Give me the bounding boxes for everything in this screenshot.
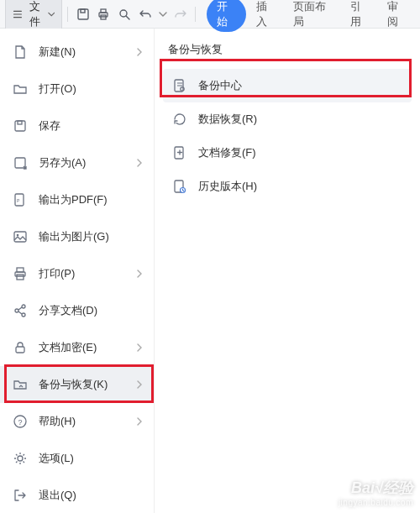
svg-point-17 [22, 305, 25, 308]
svg-rect-14 [17, 268, 24, 272]
menu-label: 输出为PDF(F) [39, 192, 145, 207]
undo-button[interactable] [135, 3, 155, 25]
menu-item-saveas[interactable]: 另存为(A) [0, 144, 154, 181]
history-icon [171, 178, 188, 195]
svg-rect-19 [16, 347, 24, 353]
separator [67, 7, 68, 22]
menu-label: 帮助(H) [39, 414, 134, 429]
submenu-title: 备份与恢复 [163, 39, 412, 69]
svg-point-12 [17, 234, 19, 237]
menu-item-backup[interactable]: 备份与恢复(K) [0, 366, 154, 403]
data-recovery-icon [171, 111, 188, 128]
print-button[interactable] [94, 3, 113, 25]
chevron-right-icon [134, 416, 145, 427]
menu-label: 保存 [39, 118, 145, 133]
chevron-right-icon [134, 268, 145, 280]
backup-center-icon [171, 77, 188, 94]
tab-review[interactable]: 审阅 [379, 0, 415, 32]
hamburger-icon [13, 8, 23, 20]
menu-label: 选项(L) [39, 451, 145, 466]
submenu-label: 数据恢复(R) [198, 112, 257, 127]
svg-text:P: P [17, 198, 20, 203]
svg-rect-15 [17, 275, 24, 280]
help-icon: ? [12, 413, 29, 430]
submenu-label: 备份中心 [198, 78, 242, 93]
menu-label: 打开(O) [39, 81, 145, 97]
share-icon [12, 302, 29, 319]
exit-icon [12, 487, 29, 504]
menu-item-encrypt[interactable]: 文档加密(E) [0, 329, 154, 366]
file-panel: 新建(N) 打开(O) 保存 另存为(A) P 输出为PDF(F) [0, 29, 420, 513]
tab-start[interactable]: 开始 [207, 0, 246, 32]
svg-rect-0 [78, 9, 88, 19]
save-icon [12, 118, 29, 134]
submenu-item-history[interactable]: 历史版本(H) [163, 170, 412, 203]
menu-item-exit[interactable]: 退出(Q) [0, 477, 154, 513]
chevron-right-icon [134, 342, 145, 353]
menu-label: 备份与恢复(K) [39, 377, 134, 392]
menu-item-open[interactable]: 打开(O) [0, 71, 154, 107]
submenu-label: 历史版本(H) [198, 179, 257, 194]
lock-icon [12, 339, 29, 356]
tab-layout[interactable]: 页面布局 [285, 0, 339, 32]
menu-item-print[interactable]: 打印(P) [0, 255, 154, 292]
chevron-right-icon [134, 157, 145, 169]
file-menu-button[interactable]: 文件 [5, 0, 62, 33]
file-menu-left: 新建(N) 打开(O) 保存 另存为(A) P 输出为PDF(F) [0, 29, 155, 513]
svg-rect-7 [18, 121, 22, 124]
print-icon [12, 265, 29, 282]
chevron-right-icon [134, 46, 145, 58]
tab-ref[interactable]: 引用 [342, 0, 378, 32]
submenu-item-doc-repair[interactable]: 文档修复(F) [163, 136, 412, 170]
submenu-item-backup-center[interactable]: 备份中心 [163, 69, 412, 102]
chevron-down-icon [48, 10, 55, 18]
svg-point-16 [15, 309, 18, 312]
menu-label: 输出为图片(G) [39, 229, 145, 244]
tab-insert[interactable]: 插入 [248, 0, 284, 32]
gear-icon [12, 450, 29, 467]
saveas-icon [12, 154, 29, 171]
svg-point-22 [18, 456, 23, 461]
redo-button-2[interactable] [171, 3, 191, 25]
menu-item-image[interactable]: 输出为图片(G) [0, 218, 154, 255]
submenu-panel: 备份与恢复 备份中心 数据恢复(R) 文档修复(F) 历史版本(H) [155, 29, 420, 513]
file-menu-label: 文件 [26, 0, 45, 29]
svg-rect-3 [101, 9, 106, 13]
svg-rect-11 [14, 232, 26, 242]
doc-repair-icon [171, 144, 188, 161]
menu-label: 文档加密(E) [39, 340, 134, 355]
menu-label: 分享文档(D) [39, 303, 145, 318]
save-button[interactable] [73, 3, 92, 25]
menu-label: 退出(Q) [39, 488, 145, 503]
svg-rect-6 [15, 121, 25, 131]
menu-item-new[interactable]: 新建(N) [0, 34, 154, 71]
chevron-right-icon [134, 379, 145, 390]
separator [195, 7, 196, 22]
svg-rect-1 [81, 9, 85, 13]
backup-folder-icon [12, 376, 29, 393]
submenu-label: 文档修复(F) [198, 145, 256, 160]
menu-item-pdf[interactable]: P 输出为PDF(F) [0, 181, 154, 218]
menu-label: 打印(P) [39, 266, 134, 281]
preview-button[interactable] [115, 3, 134, 25]
image-icon [12, 228, 29, 245]
submenu-item-data-recovery[interactable]: 数据恢复(R) [163, 102, 412, 136]
redo-button[interactable] [156, 3, 170, 25]
open-folder-icon [12, 81, 29, 97]
menu-label: 另存为(A) [39, 155, 134, 170]
file-menu-list: 新建(N) 打开(O) 保存 另存为(A) P 输出为PDF(F) [0, 29, 154, 513]
svg-point-18 [22, 313, 25, 317]
new-file-icon [12, 44, 29, 60]
menu-item-help[interactable]: ? 帮助(H) [0, 403, 154, 440]
menu-item-save[interactable]: 保存 [0, 107, 154, 144]
svg-text:?: ? [18, 418, 23, 427]
pdf-icon: P [12, 191, 29, 208]
top-toolbar: 文件 开始 插入 页面布局 引用 审阅 [0, 0, 420, 29]
menu-label: 新建(N) [39, 44, 134, 60]
menu-item-options[interactable]: 选项(L) [0, 440, 154, 477]
menu-item-share[interactable]: 分享文档(D) [0, 292, 154, 329]
